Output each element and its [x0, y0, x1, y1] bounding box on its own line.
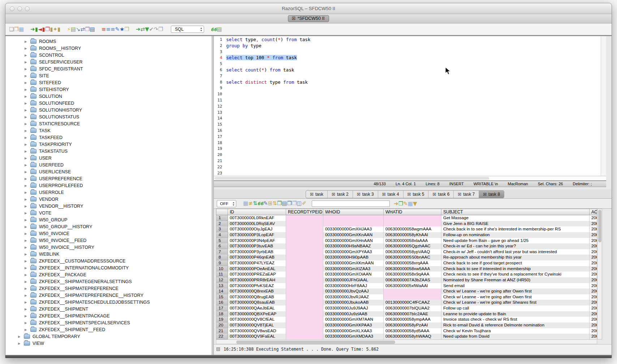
table-row[interactable]: 800T3000000P46qnEAB0033000000H9i0pAAB006… [216, 255, 597, 260]
table-cell[interactable]: 0033000000GmXHJAA3 [323, 226, 384, 232]
commit-check-icon[interactable]: ✔ [149, 26, 154, 32]
expand-triangle-icon[interactable]: ▶ [25, 191, 30, 194]
expand-triangle-icon[interactable]: ▶ [25, 204, 30, 208]
sidebar-item-zkfedex__shipment[interactable]: ▶ZKFEDEX__SHIPMENT [6, 306, 212, 312]
bookmark-tag-icon[interactable]: ❒ [125, 26, 129, 32]
table-cell[interactable] [323, 221, 384, 227]
table-cell[interactable]: 200 [590, 289, 597, 294]
code-line[interactable] [226, 128, 600, 134]
code-line[interactable]: select type, count(*) from task [226, 37, 600, 43]
row-number[interactable]: 21 [216, 328, 228, 334]
column-header-SUBJECT[interactable]: SUBJECT [441, 209, 590, 215]
tab-close-icon[interactable]: ☒ [310, 192, 314, 197]
table-cell[interactable]: 006300000058x9qAAA [384, 272, 441, 277]
expand-triangle-icon[interactable]: ▶ [25, 60, 30, 64]
row-number[interactable]: 14 [216, 289, 228, 294]
table-row[interactable]: 400T3000000P3LopEAF0033000000GmXKnAAN006… [216, 232, 597, 238]
table-row[interactable]: 900T3000000P47LYEAZ0033000000GmXKmAAN006… [216, 260, 597, 266]
table-cell[interactable]: 00630000007bIQUAA2 [384, 306, 441, 311]
table-row[interactable]: 1400T3000000Q8rexEAB0033000000JbvQzAAJCh… [216, 289, 597, 294]
result-tab-task-2[interactable]: ☒task 2 [328, 191, 353, 198]
code-line[interactable] [226, 98, 600, 104]
column-header-WHATID[interactable]: WHATID [384, 209, 441, 215]
statement-type-select[interactable]: SQL ▲▼ [171, 26, 204, 33]
reload-db-icon[interactable]: ❐ [398, 200, 403, 207]
script-edit-icon[interactable]: ✎ [403, 200, 408, 207]
column-header-rownum[interactable] [216, 209, 228, 215]
row-number[interactable]: 10 [216, 266, 228, 272]
table-cell[interactable] [286, 260, 323, 266]
expand-triangle-icon[interactable]: ▶ [25, 122, 30, 126]
sidebar-item-sitefeed[interactable]: ▶SITEFEED [6, 79, 212, 86]
table-horizontal-scrollbar[interactable] [216, 339, 597, 344]
connect-db-icon[interactable]: ➜▮ [30, 26, 38, 32]
column-header-WHOID[interactable]: WHOID [323, 209, 384, 215]
hierarchy-icon[interactable]: ⊞ [268, 200, 273, 207]
table-cell[interactable]: 00T3000000QV8wsEAD [228, 328, 286, 334]
row-number[interactable]: 12 [216, 277, 228, 283]
sidebar-item-zkfedex__shipmentspecialservices[interactable]: ▶ZKFEDEX__SHIPMENTSPECIALSERVICES [6, 319, 212, 326]
table-row[interactable]: 300T3000000OiyJgEAJ0033000000GmXHJAA3006… [216, 226, 597, 232]
table-cell[interactable]: 00T3000000P3N4pEAF [228, 238, 286, 244]
table-cell[interactable]: 200 [590, 272, 597, 277]
table-cell[interactable]: 200 [590, 322, 597, 328]
page-view-icon[interactable]: ❒ [287, 200, 292, 207]
tab-close-icon[interactable]: ☒ [483, 192, 487, 197]
table-cell[interactable]: 006300000058yhWAAQ [384, 334, 441, 339]
expand-triangle-icon[interactable]: ▶ [25, 163, 30, 167]
sort-columns-icon[interactable]: ⇅ [272, 200, 277, 207]
expand-triangle-icon[interactable]: ▶ [25, 170, 30, 174]
sidebar-item-solutionfeed[interactable]: ▶SOLUTIONFEED [6, 100, 212, 107]
table-row[interactable]: 700T3000000P3yrbEAB0033000000GmXPYAA3006… [216, 249, 597, 255]
table-cell[interactable]: Nominated by Shane Freeman at ANZ (HR50) [441, 277, 590, 283]
table-cell[interactable]: 0033000000JbvQzAAJ [323, 289, 384, 294]
expand-triangle-icon[interactable]: ▶ [25, 108, 30, 112]
auto-commit-select[interactable]: OFF ▲▼ [217, 200, 236, 207]
table-cell[interactable] [286, 328, 323, 334]
export-icon[interactable]: ↘ [76, 26, 81, 32]
table-row[interactable]: 1500T3000000Q8rugEAB0033000000JbvRJAAZCh… [216, 294, 597, 300]
row-number[interactable]: 17 [216, 306, 228, 311]
code-line[interactable] [226, 73, 600, 79]
code-line[interactable] [226, 134, 600, 140]
row-number[interactable]: 4 [216, 232, 228, 238]
expand-triangle-icon[interactable]: ▶ [25, 287, 30, 290]
expand-triangle-icon[interactable]: ▶ [25, 143, 30, 146]
table-cell[interactable]: Check w/ Leanne - we're going after Owen… [441, 294, 590, 300]
edit-cell-icon[interactable]: ✎ [263, 200, 268, 207]
table-cell[interactable]: 00630000005xfWaAAI [384, 283, 441, 289]
expand-triangle-icon[interactable]: ▶ [25, 53, 30, 57]
row-number[interactable]: 19 [216, 317, 228, 322]
table-cell[interactable] [286, 277, 323, 283]
table-cell[interactable]: 00T3000000PREZaEAP [228, 272, 286, 277]
sidebar-item-w50_invoice[interactable]: ▶W50_INVOICE [6, 230, 212, 237]
table-cell[interactable]: 0033000000GmXHnAAN [323, 238, 384, 244]
table-cell[interactable]: 006300000058ympAAA [384, 317, 441, 322]
table-cell[interactable]: 0033000000GmXM7AAN [323, 317, 384, 322]
table-cell[interactable]: 00T3000000QBXPeEAP [228, 311, 286, 317]
expand-triangle-icon[interactable]: ▶ [25, 232, 30, 235]
sidebar-item-taskfeed[interactable]: ▶TASKFEED [6, 134, 212, 141]
clipboard-icon[interactable]: ❐ [158, 26, 163, 32]
table-cell[interactable] [286, 226, 323, 232]
result-tab-task-5[interactable]: ☒task 5 [404, 191, 429, 198]
sidebar-item-zkfedex__shipmatepreference[interactable]: ▶ZKFEDEX__SHIPMATEPREFERENCE [6, 285, 212, 292]
table-cell[interactable]: Leanne to provide update to Bain [441, 311, 590, 317]
code-line[interactable] [226, 170, 600, 176]
code-line[interactable] [226, 164, 600, 170]
table-row[interactable]: 100T3000000L0RknEAFGet Massage200 [216, 215, 597, 221]
expand-triangle-icon[interactable]: ▶ [25, 314, 30, 318]
table-cell[interactable]: Follow up call [441, 306, 590, 311]
table-row[interactable]: 600T3000000P3tuvEAB0033000000H9aNBAAZ006… [216, 243, 597, 249]
edit-table-icon[interactable]: ▤ [71, 26, 76, 32]
table-cell[interactable] [286, 221, 323, 227]
table-row[interactable]: 200T3000000L0RqSEAVGive Jenn a BIG RAISE… [216, 221, 597, 227]
code-line[interactable]: select distinct type from task [226, 79, 600, 86]
document-tab[interactable]: ☒ *SFDCW50 II [288, 15, 329, 22]
table-cell[interactable] [286, 317, 323, 322]
sidebar-item-zkfedex__package[interactable]: ▶ZKFEDEX__PACKAGE [6, 271, 212, 278]
table-cell[interactable] [323, 215, 384, 221]
row-number[interactable]: 18 [216, 311, 228, 317]
expand-triangle-icon[interactable]: ▶ [25, 225, 30, 229]
table-cell[interactable]: 006300000058yPzAAI [384, 322, 441, 328]
